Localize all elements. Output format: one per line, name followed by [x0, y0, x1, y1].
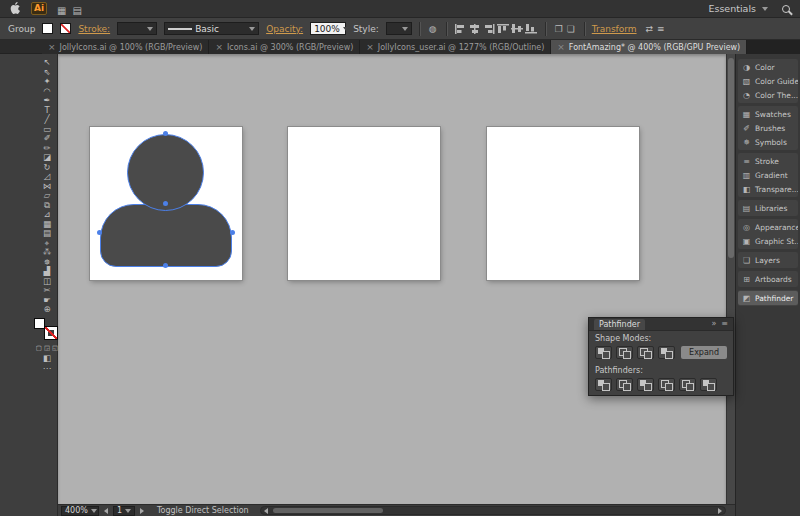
close-tab-icon[interactable]: ×	[366, 43, 374, 52]
control-panel-menu-icon[interactable]: ≡	[657, 24, 665, 34]
stroke-color-swatch[interactable]	[60, 23, 71, 34]
artboard-3[interactable]	[487, 127, 639, 280]
vertical-scroll-thumb[interactable]	[728, 58, 734, 258]
apple-menu-icon[interactable]	[10, 2, 21, 15]
next-artboard-icon[interactable]	[140, 508, 144, 514]
horizontal-align-right-icon[interactable]	[483, 24, 495, 34]
dock-item-pathfinder[interactable]: ◩Pathfinder	[738, 291, 798, 305]
outline-button[interactable]	[679, 378, 696, 391]
dock-item-brushes[interactable]: ✐Brushes	[738, 121, 798, 135]
stroke-color-control[interactable]	[45, 327, 57, 339]
edit-toolbar-button[interactable]: ⋯	[37, 364, 57, 374]
swatches-icon: ▦	[742, 110, 751, 119]
transform-options-icon[interactable]: ⇄	[646, 24, 654, 34]
zoom-tool[interactable]: ⊕	[37, 305, 57, 315]
dock-item-label: Brushes	[755, 124, 785, 133]
user-icon-body-shape[interactable]	[100, 204, 232, 267]
artboard-navigation-select[interactable]: 1	[113, 506, 135, 516]
illustrator-logo: Ai	[31, 2, 47, 15]
horizontal-scrollbar[interactable]	[260, 506, 726, 515]
divide-button[interactable]	[595, 378, 612, 391]
style-select[interactable]	[386, 22, 412, 35]
document-tab[interactable]: ×JollyIcons_user.ai @ 1277% (RGB/Outline…	[360, 40, 551, 54]
workspace-label: Essentials	[708, 3, 756, 14]
anchor-point[interactable]	[163, 131, 168, 136]
anchor-point[interactable]	[163, 263, 168, 268]
stroke-panel-link[interactable]: Stroke:	[78, 24, 110, 34]
pathfinder-panel-header[interactable]: Pathfinder »≡	[589, 318, 733, 331]
trim-button[interactable]	[616, 378, 633, 391]
exclude-button[interactable]	[658, 346, 675, 359]
brush-name: Basic	[195, 24, 219, 34]
transform-panel-link[interactable]: Transform	[592, 24, 637, 34]
minus-front-button[interactable]	[616, 346, 633, 359]
arrange-documents-icon[interactable]: ▦	[57, 5, 66, 16]
tool-list: ↖⇖✦◠✒T╱▭✐✏◪↻◿⋈▱⧉⊿▦▤⌖⁂✵▟◫✂☛⊕	[37, 58, 57, 315]
dock-item-label: Graphic St...	[755, 237, 798, 246]
align-to-artboard-icon[interactable]: ❐	[555, 24, 563, 34]
anchor-point[interactable]	[230, 230, 235, 235]
dock-item-symbols[interactable]: ✵Symbols	[738, 135, 798, 149]
draw-behind-mode-button[interactable]: ◲	[44, 344, 50, 352]
artboard-1[interactable]	[90, 127, 242, 280]
dock-item-layers[interactable]: ❏Layers	[738, 253, 798, 267]
document-tab[interactable]: ×JollyIcons.ai @ 100% (RGB/Preview)	[42, 40, 209, 54]
vertical-scrollbar[interactable]	[726, 54, 735, 504]
anchor-point[interactable]	[97, 230, 102, 235]
document-tab[interactable]: ×Icons.ai @ 300% (RGB/Preview)	[209, 40, 360, 54]
artboard-2[interactable]	[288, 127, 440, 280]
search-icon[interactable]	[782, 5, 790, 13]
fill-color-swatch[interactable]	[42, 23, 53, 34]
unite-button[interactable]	[595, 346, 612, 359]
workspace-switcher[interactable]: Essentials	[708, 3, 768, 14]
dock-item-appearance[interactable]: ◎Appearance	[738, 220, 798, 234]
vertical-align-center-icon[interactable]	[511, 24, 523, 34]
dock-item-libraries[interactable]: ▤Libraries	[738, 201, 798, 215]
opacity-input[interactable]: 100%	[310, 22, 346, 35]
minus-back-button[interactable]	[700, 378, 717, 391]
dock-item-artboards[interactable]: ⊞Artboards	[738, 272, 798, 286]
brush-definition-select[interactable]: Basic	[164, 22, 259, 35]
anchor-point[interactable]	[163, 201, 168, 206]
document-layout-icon[interactable]: ▤	[73, 5, 82, 16]
draw-normal-mode-button[interactable]: ▢	[36, 344, 42, 352]
divider	[446, 22, 447, 36]
dock-item-swatches[interactable]: ▦Swatches	[738, 107, 798, 121]
previous-artboard-icon[interactable]	[104, 508, 108, 514]
collapse-panel-icon[interactable]: »	[711, 320, 716, 328]
panel-menu-icon[interactable]: ≡	[721, 320, 728, 328]
intersect-button[interactable]	[637, 346, 654, 359]
close-tab-icon[interactable]: ×	[215, 43, 223, 52]
vertical-align-top-icon[interactable]	[497, 24, 509, 34]
document-tab[interactable]: ×FontAmazing* @ 400% (RGB/GPU Preview)	[551, 40, 747, 54]
dock-item-gradient[interactable]: ▥Gradient	[738, 168, 798, 182]
distribute-objects-icon[interactable]: ❏	[567, 24, 575, 34]
fill-color-control[interactable]	[34, 318, 45, 329]
pathfinder-icon: ◩	[742, 294, 751, 303]
merge-button[interactable]	[637, 378, 654, 391]
zoom-level-select[interactable]: 400%	[61, 506, 99, 516]
canvas[interactable]	[58, 54, 726, 504]
crop-button[interactable]	[658, 378, 675, 391]
close-tab-icon[interactable]: ×	[48, 43, 56, 52]
close-tab-icon[interactable]: ×	[557, 43, 565, 52]
dock-item-color-guide[interactable]: ▧Color Guide	[738, 74, 798, 88]
dock-item-graphic-styles[interactable]: ▣Graphic St...	[738, 234, 798, 248]
artboard-number: 1	[117, 506, 122, 515]
horizontal-align-center-icon[interactable]	[469, 24, 481, 34]
dock-item-stroke[interactable]: ≡Stroke	[738, 154, 798, 168]
opacity-panel-link[interactable]: Opacity:	[266, 24, 303, 34]
stroke-weight-select[interactable]	[117, 22, 157, 35]
user-icon-head-shape[interactable]	[127, 134, 204, 211]
recolor-artwork-icon[interactable]: ◍	[429, 24, 437, 34]
horizontal-align-left-icon[interactable]	[455, 24, 467, 34]
horizontal-scroll-thumb[interactable]	[273, 508, 383, 513]
dock-item-color-themes[interactable]: ◔Color The...	[738, 88, 798, 102]
scroll-right-icon[interactable]	[718, 508, 722, 514]
expand-button[interactable]: Expand	[681, 346, 727, 359]
dock-item-transparency[interactable]: ◧Transpare...	[738, 182, 798, 196]
document-tab-bar: ×JollyIcons.ai @ 100% (RGB/Preview)×Icon…	[0, 40, 735, 54]
vertical-align-bottom-icon[interactable]	[525, 24, 537, 34]
scroll-left-icon[interactable]	[264, 508, 268, 514]
dock-item-color[interactable]: ◑Color	[738, 60, 798, 74]
